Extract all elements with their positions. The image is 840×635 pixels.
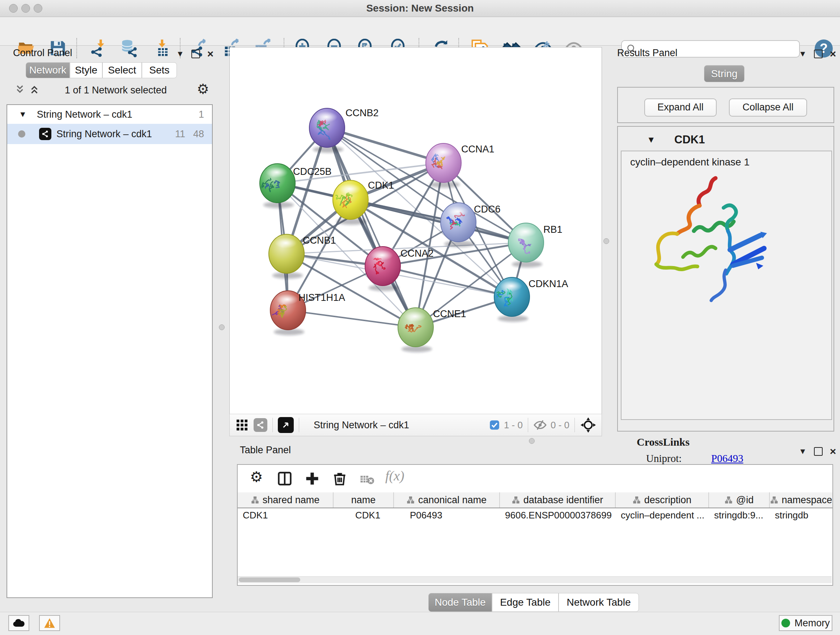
cell-namespace[interactable]: stringdb	[770, 508, 832, 523]
tab-select[interactable]: Select	[103, 62, 142, 78]
delete-column-trash-icon[interactable]	[332, 470, 347, 486]
network-edge-count: 48	[193, 128, 204, 140]
import-table-file-button[interactable]	[152, 38, 172, 58]
panel-menu-icon[interactable]: ▼	[799, 447, 807, 456]
bottom-splitter-handle[interactable]	[529, 438, 535, 444]
panel-float-icon[interactable]	[814, 50, 823, 58]
node-label-CCNA1: CCNA1	[461, 144, 494, 155]
cell-canonical-name[interactable]: P06493	[394, 508, 500, 523]
cell-shared-name[interactable]: CDK1	[238, 508, 333, 523]
node-label-CCNB1: CCNB1	[303, 235, 336, 246]
node-gloss-highlight	[371, 250, 393, 261]
hidden-eye-slash-icon[interactable]	[533, 418, 547, 432]
tab-style[interactable]: Style	[70, 62, 103, 78]
network-label: String Network – cdk1	[57, 128, 152, 140]
tab-node-table[interactable]: Node Table	[428, 593, 492, 612]
collapse-triangle-icon[interactable]: ▼	[19, 110, 27, 119]
network-node-RB1[interactable]	[508, 223, 544, 268]
network-view-toolbar: String Network – cdk1 1 - 0 0 - 0	[229, 414, 602, 436]
grid-view-icon[interactable]	[235, 418, 248, 432]
panel-close-icon[interactable]: ×	[830, 448, 836, 455]
tab-network[interactable]: Network	[26, 62, 70, 78]
birdseye-navigator-icon[interactable]	[580, 417, 597, 433]
tab-sets[interactable]: Sets	[142, 62, 177, 78]
collection-label: String Network – cdk1	[37, 109, 133, 120]
table-row[interactable]: CDK1 CDK1 P06493 9606.ENSP00000378699 cy…	[238, 508, 832, 523]
network-node-CCNA1[interactable]	[426, 143, 461, 188]
table-horizontal-scrollbar[interactable]	[238, 576, 832, 583]
import-network-file-button[interactable]	[88, 38, 109, 58]
cloud-status-button[interactable]	[8, 615, 29, 631]
double-chevron-down-icon	[14, 84, 25, 95]
node-label-CDC25B: CDC25B	[293, 166, 332, 177]
panel-float-icon[interactable]	[191, 50, 200, 58]
crosslink-uniprot-link[interactable]: P06493	[711, 453, 744, 464]
string-network-graph[interactable]: CCNB2CCNA1CDC25BCDK1CDC6RB1CCNB1CCNA2CDK…	[230, 48, 602, 414]
expand-all-button[interactable]: Expand All	[644, 98, 717, 117]
network-column-icon	[770, 496, 778, 504]
network-row-selected[interactable]: String Network – cdk1 11 48	[7, 124, 212, 144]
right-splitter-handle[interactable]	[603, 238, 609, 244]
column-header-name[interactable]: name	[333, 492, 394, 508]
table-panel-window-buttons: ▼ ×	[799, 447, 836, 456]
tab-edge-table[interactable]: Edge Table	[492, 593, 559, 612]
cell-database-identifier[interactable]: 9606.ENSP00000378699	[500, 508, 616, 523]
create-column-plus-icon[interactable]	[304, 470, 320, 486]
panel-close-icon[interactable]: ×	[830, 50, 836, 57]
network-node-CCNE1[interactable]	[398, 308, 433, 352]
cell-id[interactable]: stringdb:9...	[709, 508, 770, 523]
results-buttons-box: Expand All Collapse All	[617, 87, 834, 123]
left-splitter-handle[interactable]	[219, 325, 225, 330]
cell-description[interactable]: cyclin–dependent ...	[616, 508, 709, 523]
results-panel-window-buttons: ▼ ×	[799, 49, 836, 59]
protein-structure-image	[639, 173, 777, 307]
table-options-gear-icon[interactable]: ⚙	[250, 469, 263, 485]
column-header-database-identifier[interactable]: database identifier	[500, 492, 616, 508]
tab-network-table[interactable]: Network Table	[559, 593, 639, 612]
cell-name[interactable]: CDK1	[333, 508, 394, 523]
network-collection-row[interactable]: ▼ String Network – cdk1 1	[7, 105, 212, 124]
network-node-CCNB1[interactable]	[269, 234, 304, 279]
import-table-icon	[153, 39, 172, 57]
footer-counters: 1 - 0 0 - 0	[489, 417, 602, 433]
column-header-id[interactable]: @id	[709, 492, 770, 508]
expand-all-networks-button[interactable]	[29, 84, 40, 96]
node-gloss-highlight	[431, 147, 454, 157]
entry-collapse-triangle-icon[interactable]: ▼	[647, 135, 655, 145]
warnings-button[interactable]	[39, 615, 60, 631]
column-header-shared-name[interactable]: shared name	[238, 492, 333, 508]
node-label-CCNA2: CCNA2	[401, 248, 434, 259]
network-options-gear-icon[interactable]: ⚙	[197, 81, 209, 97]
open-in-window-button[interactable]	[278, 417, 294, 433]
table-header-row: shared name name canonical name database…	[238, 492, 832, 508]
network-node-CDC25B[interactable]	[260, 164, 295, 208]
status-bar: Memory	[0, 612, 840, 635]
memory-button[interactable]: Memory	[779, 615, 832, 631]
node-gloss-highlight	[275, 238, 297, 249]
column-header-namespace[interactable]: namespace	[770, 492, 832, 508]
network-node-CCNB2[interactable]	[309, 108, 345, 153]
network-edge-HIST1H1A-CCNE1[interactable]	[288, 310, 416, 327]
collapse-all-button[interactable]: Collapse All	[729, 98, 807, 117]
column-header-description[interactable]: description	[616, 492, 709, 508]
network-canvas[interactable]: CCNB2CCNA1CDC25BCDK1CDC6RB1CCNB1CCNA2CDK…	[229, 47, 602, 415]
selected-checkbox-icon[interactable]	[489, 420, 500, 430]
panel-menu-icon[interactable]: ▼	[799, 49, 807, 59]
panel-menu-icon[interactable]: ▼	[176, 49, 184, 59]
crosslinks-heading: CrossLinks	[637, 436, 690, 448]
footer-divider	[299, 418, 299, 432]
panel-float-icon[interactable]	[814, 447, 823, 456]
network-view-share-icon[interactable]	[254, 418, 267, 432]
memory-ok-dot-icon	[782, 619, 790, 627]
show-columns-icon[interactable]	[277, 470, 293, 486]
scrollbar-thumb[interactable]	[239, 578, 300, 582]
column-header-canonical-name[interactable]: canonical name	[394, 492, 500, 508]
node-gloss-highlight	[404, 311, 426, 322]
network-status-dot-icon	[18, 130, 25, 138]
panel-close-icon[interactable]: ×	[207, 50, 214, 57]
results-panel-title: Results Panel	[617, 48, 677, 59]
network-node-CDKN1A[interactable]	[494, 277, 530, 322]
tab-string[interactable]: String	[704, 65, 745, 82]
import-network-database-button[interactable]	[118, 38, 139, 58]
collapse-all-networks-button[interactable]	[14, 84, 25, 96]
